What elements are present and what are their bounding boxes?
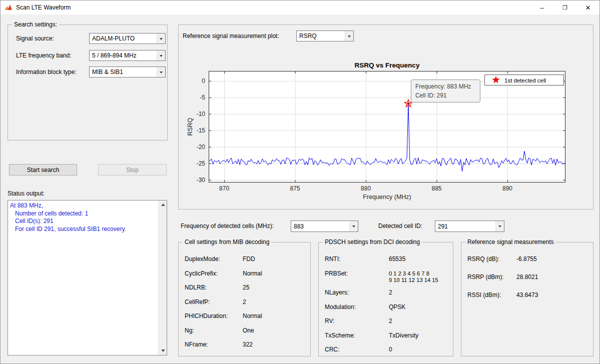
- mib-settings-group: Cell settings from MIB decoding DuplexMo…: [178, 242, 311, 356]
- frequency-band-select[interactable]: 5 / 869-894 MHz: [89, 50, 166, 61]
- setting-label: NDLRB:: [185, 283, 243, 292]
- datatip[interactable]: Frequency: 883 MHzCell ID: 291: [411, 80, 480, 102]
- chart-area: 8708758808858900-5-10-15-20-25-30RSRQ vs…: [179, 45, 593, 209]
- svg-text:890: 890: [502, 185, 512, 192]
- svg-text:880: 880: [361, 185, 371, 192]
- app-window: Scan LTE Waveform – ❐ ✕ Search settings:…: [0, 0, 600, 364]
- scroll-up-icon[interactable]: [159, 200, 167, 209]
- info-block-type-label: Information block type:: [16, 66, 77, 78]
- combo-value: 291: [435, 221, 495, 232]
- setting-label: Modulation:: [325, 302, 389, 312]
- setting-label: RSRP (dBm):: [467, 272, 516, 282]
- setting-row: TxScheme:TxDiversity: [325, 331, 449, 340]
- setting-value: 25: [243, 283, 249, 292]
- status-line: For cell ID 291, successful SIB1 recover…: [10, 226, 157, 234]
- datatip-line: Frequency: 883 MHz: [415, 83, 471, 90]
- chevron-down-icon: [495, 221, 504, 232]
- svg-text:885: 885: [432, 185, 442, 192]
- setting-row: DuplexMode:FDD: [185, 254, 306, 264]
- detected-frequency-select[interactable]: 883: [291, 220, 358, 232]
- setting-value: 43.6473: [516, 290, 538, 300]
- setting-label: CellRefP:: [185, 298, 243, 307]
- info-block-type-select[interactable]: MIB & SIB1: [89, 66, 166, 78]
- detected-cell-id-select[interactable]: 291: [435, 220, 504, 232]
- plot-background: [209, 71, 565, 182]
- setting-row: NDLRB:25: [185, 283, 306, 292]
- setting-value: FDD: [243, 254, 255, 264]
- setting-label: RV:: [325, 316, 389, 326]
- signal-source-select[interactable]: ADALM-PLUTO: [89, 33, 166, 44]
- status-scrollbar[interactable]: [158, 200, 167, 355]
- setting-label: CRC:: [325, 345, 389, 354]
- combo-value: ADALM-PLUTO: [90, 34, 157, 44]
- setting-label: PRBSet:: [325, 269, 389, 284]
- setting-row: NFrame:322: [185, 340, 306, 350]
- combo-value: RSRQ: [297, 31, 345, 41]
- setting-label: Ng:: [185, 326, 243, 336]
- status-output-label: Status output:: [8, 190, 45, 197]
- maximize-button[interactable]: ❐: [553, 0, 576, 14]
- setting-value: 28.8021: [516, 272, 538, 282]
- svg-text:-20: -20: [197, 144, 206, 150]
- setting-row: PRBSet:0 1 2 3 4 5 6 7 8 9 10 11 12 13 1…: [325, 269, 449, 284]
- status-line: Cell ID(s): 291: [10, 218, 157, 226]
- setting-value: QPSK: [389, 302, 405, 312]
- chevron-down-icon: [157, 67, 165, 77]
- status-output-box[interactable]: At 883 MHz, Number of cells detected: 1 …: [8, 200, 167, 356]
- title-bar: Scan LTE Waveform – ❐ ✕: [1, 0, 599, 14]
- start-search-button[interactable]: Start search: [9, 164, 77, 176]
- rsrq-frequency-chart: 8708758808858900-5-10-15-20-25-30RSRQ vs…: [179, 45, 593, 209]
- setting-value: 2: [389, 288, 392, 298]
- setting-row: CellRefP:2: [185, 298, 306, 307]
- chart-legend[interactable]: 1st detected cell: [485, 75, 564, 86]
- svg-text:870: 870: [219, 185, 229, 192]
- setting-value: 65535: [389, 254, 405, 264]
- setting-row: PHICHDuration:Normal: [185, 312, 306, 321]
- combo-value: MIB & SIB1: [90, 67, 157, 77]
- setting-label: DuplexMode:: [185, 254, 243, 264]
- setting-row: Modulation:QPSK: [325, 302, 449, 312]
- measurement-plot-label: Reference signal measurement plot:: [183, 30, 279, 42]
- setting-row: RSRQ (dB):-6.8755: [467, 254, 589, 264]
- group-legend: Search settings:: [12, 21, 59, 28]
- chevron-down-icon: [157, 50, 165, 60]
- setting-value: 2: [243, 298, 246, 307]
- mib-rows: DuplexMode:FDDCyclicPrefix:NormalNDLRB:2…: [179, 242, 310, 356]
- setting-row: NLayers:2: [325, 288, 449, 298]
- signal-source-label: Signal source:: [16, 33, 54, 44]
- close-button[interactable]: ✕: [576, 0, 599, 14]
- x-axis-label: Frequency (MHz): [363, 194, 411, 200]
- setting-row: RNTI:65535: [325, 254, 449, 264]
- minimize-button[interactable]: –: [530, 0, 553, 14]
- scroll-down-icon[interactable]: [159, 346, 167, 355]
- window-controls: – ❐ ✕: [530, 0, 599, 14]
- setting-row: RSRP (dBm):28.8021: [467, 272, 589, 282]
- chevron-down-icon: [345, 31, 353, 41]
- status-line: Number of cells detected: 1: [10, 210, 157, 218]
- chevron-down-icon: [157, 34, 165, 44]
- chevron-down-icon: [349, 221, 358, 232]
- combo-value: 883: [291, 221, 349, 232]
- search-settings-group: Search settings: Signal source: ADALM-PL…: [8, 24, 168, 140]
- setting-row: Ng:One: [185, 326, 306, 336]
- setting-label: NLayers:: [325, 288, 389, 298]
- window-title: Scan LTE Waveform: [16, 4, 71, 11]
- setting-row: RSSI (dBm):43.6473: [467, 290, 589, 300]
- ref-measurement-rows: RSRQ (dB):-6.8755RSRP (dBm):28.8021RSSI …: [461, 242, 593, 356]
- setting-value: One: [243, 326, 254, 336]
- setting-label: RSSI (dBm):: [467, 290, 516, 300]
- ref-measurements-group: Reference signal measurements RSRQ (dB):…: [461, 242, 593, 356]
- svg-text:-25: -25: [197, 160, 206, 167]
- setting-row: CRC:0: [325, 345, 449, 354]
- measurement-plot-select[interactable]: RSRQ: [296, 30, 354, 42]
- setting-label: NFrame:: [185, 340, 243, 350]
- setting-label: TxScheme:: [325, 331, 389, 340]
- chart-title: RSRQ vs Frequency: [355, 62, 420, 69]
- pdsch-rows: RNTI:65535PRBSet:0 1 2 3 4 5 6 7 8 9 10 …: [319, 242, 453, 356]
- detected-frequency-label: Frequency of detected cells (MHz):: [181, 220, 274, 232]
- status-line: At 883 MHz,: [10, 202, 157, 210]
- combo-value: 5 / 869-894 MHz: [90, 50, 157, 60]
- frequency-band-label: LTE frequency band:: [16, 50, 72, 61]
- setting-value: 322: [243, 340, 253, 350]
- svg-text:-15: -15: [197, 127, 206, 134]
